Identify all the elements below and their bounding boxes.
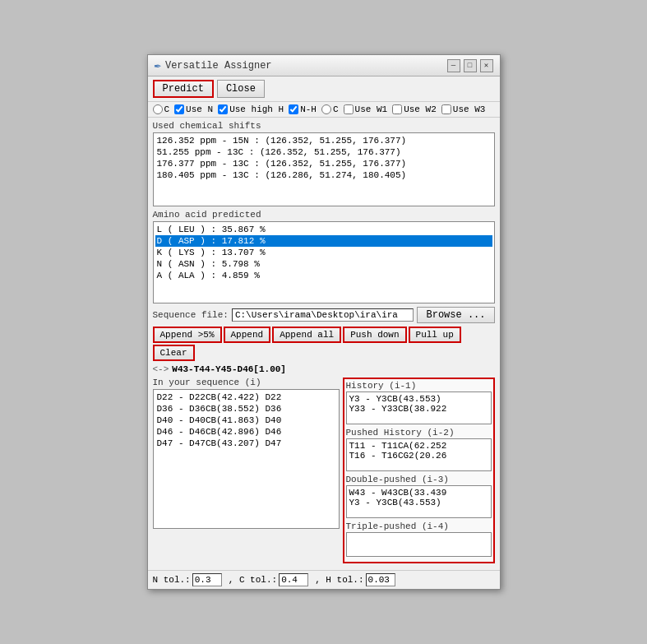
list-item[interactable]: N ( ASN ) : 5.798 % <box>155 258 492 270</box>
double-pushed-listbox[interactable]: W43 - W43CB(33.439Y3 - Y3CB(43.553) <box>346 485 492 518</box>
double-pushed-section: Double-pushed (i-3) W43 - W43CB(33.439Y3… <box>346 475 492 518</box>
use-n-group: Use N <box>174 104 213 114</box>
use-w3-label: Use W3 <box>453 104 486 114</box>
pull-up-button[interactable]: Pull up <box>409 327 461 343</box>
browse-button[interactable]: Browse ... <box>417 307 494 323</box>
app-icon: ✒ <box>155 58 161 72</box>
h-tol-group: , H tol.: <box>315 573 395 586</box>
radio-group-c1: C <box>153 104 170 114</box>
append-all-button[interactable]: Append all <box>272 327 341 343</box>
pushed-history-label: Pushed History (i-2) <box>346 428 492 438</box>
predict-button[interactable]: Predict <box>153 80 214 98</box>
title-bar: ✒ Versatile Assigner — □ ✕ <box>148 55 500 76</box>
list-item[interactable]: D40 - D40CB(41.863) D40 <box>155 415 337 426</box>
in-your-seq-listbox[interactable]: D22 - D22CB(42.422) D22D36 - D36CB(38.55… <box>153 389 340 529</box>
action-buttons: Append >5% Append Append all Push down P… <box>153 327 495 361</box>
radio-c1-label: C <box>164 104 170 114</box>
list-item[interactable]: Y3 - Y3CB(43.553) <box>349 394 489 404</box>
close-button[interactable]: Close <box>217 80 265 98</box>
list-item[interactable]: T16 - T16CG2(20.26 <box>349 451 489 461</box>
n-tol-group: N tol.: <box>153 573 222 586</box>
window-title: Versatile Assigner <box>165 60 272 72</box>
seq-file-path: C:\Users\irama\Desktop\ira\ira <box>232 308 414 322</box>
current-sequence-row: <-> W43-T44-Y45-D46[1.00] <box>153 364 495 374</box>
two-column-layout: In your sequence (i) D22 - D22CB(42.422)… <box>153 378 495 563</box>
use-n-label: Use N <box>186 104 213 114</box>
content-area: Used chemical shifts 126.352 ppm - 15N :… <box>148 118 500 570</box>
use-w1-group: Use W1 <box>344 104 388 114</box>
append-button[interactable]: Append <box>224 327 271 343</box>
triple-pushed-section: Triple-pushed (i-4) <box>346 521 492 557</box>
list-item[interactable]: D ( ASP ) : 17.812 % <box>155 235 492 247</box>
in-your-sequence-col: In your sequence (i) D22 - D22CB(42.422)… <box>153 378 340 563</box>
title-bar-controls: — □ ✕ <box>447 59 493 72</box>
use-high-h-group: Use high H <box>218 104 284 114</box>
use-w2-checkbox[interactable] <box>392 104 402 114</box>
list-item[interactable]: D46 - D46CB(42.896) D46 <box>155 426 337 438</box>
list-item[interactable]: D36 - D36CB(38.552) D36 <box>155 403 337 415</box>
chemical-shifts-listbox[interactable]: 126.352 ppm - 15N : (126.352, 51.255, 17… <box>153 132 495 206</box>
list-item[interactable]: W43 - W43CB(33.439 <box>349 488 489 498</box>
n-tol-label: N tol.: <box>153 575 191 585</box>
use-w1-checkbox[interactable] <box>344 104 354 114</box>
amino-acid-label: Amino acid predicted <box>153 210 495 220</box>
toolbar: Predict Close <box>148 76 500 102</box>
history-listbox[interactable]: Y3 - Y3CB(43.553)Y33 - Y33CB(38.922 <box>346 391 492 424</box>
list-item: 180.405 ppm - 13C : (126.286, 51.274, 18… <box>155 169 492 181</box>
use-w2-label: Use W2 <box>404 104 437 114</box>
h-tol-label: , H tol.: <box>315 575 363 585</box>
double-pushed-label: Double-pushed (i-3) <box>346 475 492 484</box>
triple-pushed-listbox[interactable] <box>346 532 492 557</box>
radio-c2[interactable] <box>321 104 331 114</box>
history-col: History (i-1) Y3 - Y3CB(43.553)Y33 - Y33… <box>343 378 495 563</box>
use-high-h-checkbox[interactable] <box>218 104 228 114</box>
history-section: History (i-1) Y3 - Y3CB(43.553)Y33 - Y33… <box>346 381 492 424</box>
pushed-history-listbox[interactable]: T11 - T11CA(62.252T16 - T16CG2(20.26 <box>346 438 492 471</box>
main-window: ✒ Versatile Assigner — □ ✕ Predict Close… <box>147 54 501 590</box>
current-seq-value: W43-T44-Y45-D46[1.00] <box>172 364 286 374</box>
c-tol-input[interactable] <box>279 573 308 586</box>
clear-button[interactable]: Clear <box>153 345 195 361</box>
nh-checkbox[interactable] <box>289 104 298 114</box>
nh-label: N-H <box>300 104 317 114</box>
in-your-seq-label: In your sequence (i) <box>153 378 340 387</box>
pushed-history-section: Pushed History (i-2) T11 - T11CA(62.252T… <box>346 428 492 471</box>
nh-group: N-H <box>289 104 317 114</box>
maximize-button[interactable]: □ <box>464 59 477 72</box>
list-item[interactable]: A ( ALA ) : 4.859 % <box>155 270 492 281</box>
sequence-file-row: Sequence file: C:\Users\irama\Desktop\ir… <box>153 307 495 323</box>
list-item[interactable]: T11 - T11CA(62.252 <box>349 441 489 451</box>
use-high-h-label: Use high H <box>229 104 284 114</box>
append-gt5-button[interactable]: Append >5% <box>153 327 222 343</box>
radio-c2-label: C <box>333 104 339 114</box>
use-n-checkbox[interactable] <box>174 104 184 114</box>
title-bar-left: ✒ Versatile Assigner <box>155 58 272 72</box>
list-item[interactable]: D22 - D22CB(42.422) D22 <box>155 391 337 403</box>
push-down-button[interactable]: Push down <box>343 327 406 343</box>
chemical-shifts-label: Used chemical shifts <box>153 121 495 131</box>
bottom-bar: N tol.: , C tol.: , H tol.: <box>148 570 500 589</box>
triple-pushed-label: Triple-pushed (i-4) <box>346 521 492 531</box>
amino-acid-listbox[interactable]: L ( LEU ) : 35.867 % D ( ASP ) : 17.812 … <box>153 221 495 303</box>
current-seq-arrows: <-> <box>153 364 169 374</box>
list-item[interactable]: K ( LYS ) : 13.707 % <box>155 247 492 258</box>
list-item: 176.377 ppm - 13C : (126.352, 51.255, 17… <box>155 158 492 169</box>
use-w3-checkbox[interactable] <box>441 104 451 114</box>
history-label: History (i-1) <box>346 381 492 391</box>
close-window-button[interactable]: ✕ <box>480 59 493 72</box>
h-tol-input[interactable] <box>366 573 395 586</box>
list-item[interactable]: Y33 - Y33CB(38.922 <box>349 404 489 414</box>
list-item: 126.352 ppm - 15N : (126.352, 51.255, 17… <box>155 135 492 146</box>
use-w1-label: Use W1 <box>355 104 388 114</box>
radio-group-c2: C <box>321 104 339 114</box>
list-item[interactable]: L ( LEU ) : 35.867 % <box>155 224 492 235</box>
use-w2-group: Use W2 <box>392 104 437 114</box>
minimize-button[interactable]: — <box>447 59 460 72</box>
list-item[interactable]: D47 - D47CB(43.207) D47 <box>155 438 337 449</box>
c-tol-label: , C tol.: <box>229 575 277 585</box>
c-tol-group: , C tol.: <box>229 573 308 586</box>
radio-c1[interactable] <box>153 104 163 114</box>
list-item: 51.255 ppm - 13C : (126.352, 51.255, 176… <box>155 146 492 158</box>
list-item[interactable]: Y3 - Y3CB(43.553) <box>349 498 489 507</box>
n-tol-input[interactable] <box>192 573 222 586</box>
